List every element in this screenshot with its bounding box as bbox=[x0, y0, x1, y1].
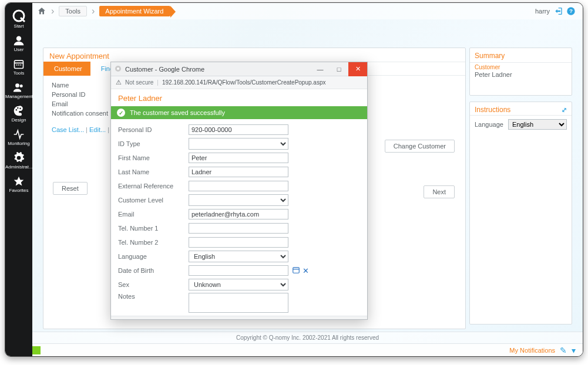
notification-status-icon bbox=[32, 346, 41, 354]
notification-bar: My Notifications ✎ ▾ bbox=[32, 343, 583, 356]
instructions-card: Instructions ⤢ Language English bbox=[469, 102, 572, 325]
field-notes-input[interactable] bbox=[189, 293, 288, 313]
field-personal-id-input[interactable] bbox=[189, 124, 288, 135]
rail-start[interactable]: Start bbox=[5, 5, 32, 31]
popup-titlebar[interactable]: Customer - Google Chrome — □ ✕ bbox=[111, 62, 367, 76]
case-list-link[interactable]: Case List... bbox=[52, 126, 84, 133]
svg-point-11 bbox=[17, 107, 18, 109]
field-sex-select[interactable]: Unknown bbox=[189, 279, 288, 290]
rail-user[interactable]: User bbox=[5, 31, 32, 55]
change-customer-button[interactable]: Change Customer bbox=[385, 140, 455, 153]
not-secure-label: Not secure bbox=[125, 79, 153, 86]
clear-date-icon[interactable]: ✕ bbox=[303, 266, 309, 275]
summary-card: Summary Customer Peter Ladner bbox=[469, 48, 572, 96]
chevron-right-icon: › bbox=[50, 6, 55, 16]
field-sex-label: Sex bbox=[118, 281, 189, 288]
window-close-button[interactable]: ✕ bbox=[348, 62, 367, 76]
top-bar: › Tools › Appointment Wizard harry ? bbox=[32, 3, 583, 19]
gear-icon bbox=[13, 152, 25, 164]
star-icon bbox=[13, 175, 25, 187]
field-tel1-label: Tel. Number 1 bbox=[118, 225, 189, 232]
field-email-input[interactable] bbox=[189, 209, 288, 219]
rail-admin-label: Administrat... bbox=[5, 165, 32, 170]
expand-icon[interactable]: ⤢ bbox=[562, 106, 567, 114]
field-first-name-label: First Name bbox=[118, 154, 189, 161]
field-tel2-label: Tel. Number 2 bbox=[118, 239, 189, 246]
reset-button[interactable]: Reset bbox=[53, 182, 88, 195]
popup-customer-name: Peter Ladner bbox=[111, 89, 367, 106]
logout-icon[interactable] bbox=[553, 6, 563, 16]
chevron-right-icon: › bbox=[90, 6, 96, 16]
rail-admin[interactable]: Administrat... bbox=[5, 148, 32, 172]
popup-success-banner: ✓ The customer saved successfully bbox=[111, 106, 367, 119]
calendar-picker-icon[interactable] bbox=[292, 266, 300, 276]
chrome-icon bbox=[115, 65, 122, 73]
svg-point-12 bbox=[19, 108, 21, 110]
edit-link[interactable]: Edit... bbox=[89, 126, 106, 133]
field-dob-input[interactable] bbox=[189, 265, 288, 276]
svg-point-6 bbox=[18, 65, 19, 66]
rail-design[interactable]: Design bbox=[5, 102, 32, 125]
svg-marker-13 bbox=[14, 177, 24, 186]
next-button[interactable]: Next bbox=[424, 185, 455, 198]
not-secure-icon: ⚠ bbox=[116, 79, 122, 86]
field-tel2-input[interactable] bbox=[189, 237, 288, 248]
field-ext-ref-label: External Reference bbox=[118, 182, 189, 190]
field-language-select[interactable]: English bbox=[189, 251, 288, 262]
popup-body: Peter Ladner ✓ The customer saved succes… bbox=[111, 89, 367, 316]
check-icon: ✓ bbox=[117, 109, 125, 117]
left-nav-rail: Start User Tools Management Design Monit… bbox=[5, 3, 32, 356]
rail-monitoring[interactable]: Monitoring bbox=[5, 125, 32, 148]
svg-point-2 bbox=[16, 36, 21, 41]
calendar-icon bbox=[13, 58, 25, 70]
popup-address-bar[interactable]: ⚠ Not secure | 192.168.200.141/RA/QFlow/… bbox=[111, 76, 367, 89]
rail-user-label: User bbox=[5, 48, 32, 52]
people-icon bbox=[13, 82, 25, 93]
window-minimize-button[interactable]: — bbox=[311, 62, 330, 76]
home-icon[interactable] bbox=[37, 6, 46, 16]
field-last-name-input[interactable] bbox=[189, 167, 288, 177]
svg-point-7 bbox=[20, 65, 21, 66]
field-first-name-input[interactable] bbox=[189, 153, 288, 163]
instructions-language-select[interactable]: English bbox=[508, 119, 567, 130]
pin-icon[interactable]: ✎ bbox=[560, 346, 567, 355]
summary-subtitle: Customer bbox=[470, 64, 572, 70]
palette-icon bbox=[13, 105, 25, 117]
field-dob-label: Date of Birth bbox=[118, 267, 189, 274]
rail-management[interactable]: Management bbox=[5, 78, 32, 102]
svg-text:?: ? bbox=[569, 8, 573, 14]
summary-title: Summary bbox=[470, 48, 572, 61]
popup-scroll-track[interactable] bbox=[111, 316, 367, 319]
popup-success-text: The customer saved successfully bbox=[130, 109, 225, 116]
field-id-type-select[interactable] bbox=[189, 138, 288, 150]
rail-design-label: Design bbox=[5, 118, 32, 123]
filter-icon[interactable]: ▾ bbox=[572, 346, 576, 355]
rail-favorites[interactable]: Favorites bbox=[5, 172, 32, 195]
svg-point-17 bbox=[117, 67, 119, 70]
field-tel1-input[interactable] bbox=[189, 223, 288, 234]
instructions-title: Instructions bbox=[475, 106, 510, 114]
breadcrumb-active: Appointment Wizard bbox=[99, 6, 170, 16]
field-id-type-label: ID Type bbox=[118, 140, 189, 147]
rail-tools-label: Tools bbox=[5, 71, 32, 76]
rail-monitoring-label: Monitoring bbox=[5, 141, 32, 146]
instructions-language-label: Language bbox=[475, 121, 503, 128]
field-last-name-label: Last Name bbox=[118, 168, 189, 175]
svg-point-10 bbox=[16, 109, 18, 111]
popup-window-title: Customer - Google Chrome bbox=[125, 66, 204, 73]
svg-point-5 bbox=[16, 65, 18, 66]
window-maximize-button[interactable]: □ bbox=[330, 62, 348, 76]
rail-favorites-label: Favorites bbox=[5, 188, 32, 193]
svg-point-9 bbox=[20, 85, 23, 87]
breadcrumb-tools[interactable]: Tools bbox=[59, 6, 87, 16]
field-ext-ref-input[interactable] bbox=[189, 181, 288, 191]
help-icon[interactable]: ? bbox=[566, 6, 576, 16]
q-logo-icon bbox=[12, 9, 26, 23]
svg-point-8 bbox=[15, 83, 19, 87]
svg-rect-18 bbox=[293, 267, 300, 272]
field-cust-level-select[interactable] bbox=[189, 194, 288, 206]
user-icon bbox=[13, 35, 25, 46]
step-customer[interactable]: Customer bbox=[43, 62, 90, 76]
my-notifications-link[interactable]: My Notifications bbox=[509, 347, 555, 354]
rail-tools[interactable]: Tools bbox=[5, 55, 32, 78]
